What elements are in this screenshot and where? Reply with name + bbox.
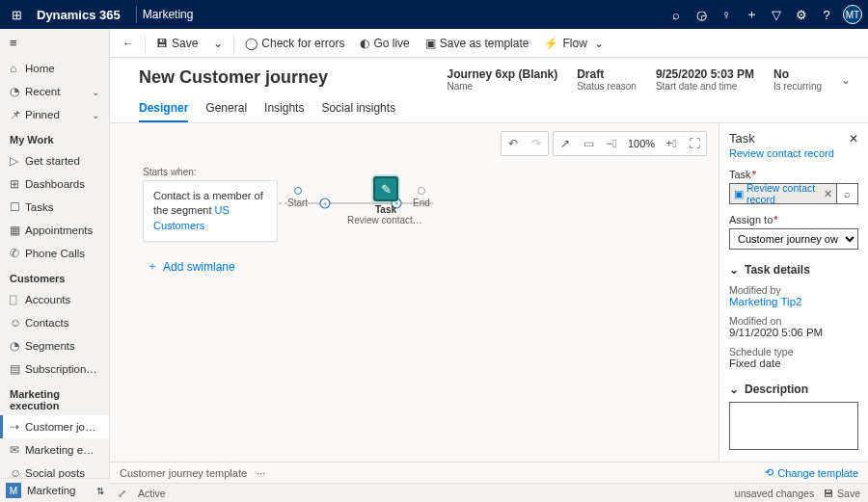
nav-dashboards[interactable]: ⊞Dashboards — [0, 172, 109, 196]
module-label[interactable]: Marketing — [143, 8, 194, 21]
status-active: Active — [138, 488, 166, 499]
flow-icon: ⚡ — [544, 37, 558, 50]
avatar[interactable]: MT — [843, 5, 862, 24]
nav-group-mywork: My Work — [0, 126, 109, 149]
arrange-button[interactable]: ↗ — [554, 132, 577, 155]
calendar-icon: ▦ — [10, 224, 25, 237]
canvas-toolbar: ↶↷ ↗▭−⃝100%+⃝⛶ — [501, 131, 707, 156]
back-button[interactable]: ← — [116, 33, 141, 54]
nav-getstarted[interactable]: ▷Get started — [0, 149, 109, 172]
chevron-down-icon: ⌄ — [729, 383, 739, 396]
nav-group-customers: Customers — [0, 265, 109, 288]
svg-point-2 — [320, 198, 330, 208]
site-nav: ≡ ⌂Home ◔Recent⌄ 📌︎Pinned⌄ My Work ▷Get … — [0, 29, 110, 502]
assistant-icon[interactable]: ♀ — [714, 8, 739, 22]
area-badge: M — [6, 483, 21, 498]
nav-area-switcher[interactable]: M Marketing ⇅ — [0, 478, 110, 502]
task-lookup[interactable]: ▣Review contact record✕ ⌕ — [729, 183, 858, 204]
nav-accounts[interactable]: ⎕Accounts — [0, 288, 109, 311]
help-icon[interactable]: ? — [814, 8, 839, 22]
header-name-value: Journey 6xp (Blank) — [447, 67, 557, 81]
flow-button[interactable]: ⚡Flow⌄ — [537, 33, 610, 54]
nav-contacts[interactable]: ☺Contacts — [0, 311, 109, 334]
nav-appointments[interactable]: ▦Appointments — [0, 219, 109, 242]
add-icon[interactable]: ＋ — [739, 6, 764, 23]
nav-group-marketing: Marketing execution — [0, 381, 109, 415]
tab-general[interactable]: General — [205, 101, 247, 122]
canvas-footer: Customer journey template ··· ⟲Change te… — [110, 462, 868, 483]
person-icon: ☺ — [10, 316, 25, 330]
save-template-button[interactable]: ▣Save as template — [419, 33, 536, 54]
form-tabs: Designer General Insights Social insight… — [110, 92, 868, 123]
nav-home[interactable]: ⌂Home — [0, 57, 109, 80]
task-icon: ☐ — [10, 200, 25, 214]
task-chip-icon: ▣ — [734, 188, 744, 199]
header-recur-value: No — [773, 67, 822, 81]
redo-button[interactable]: ↷ — [525, 132, 548, 155]
panel-close-button[interactable]: ✕ — [849, 132, 858, 145]
chevron-down-icon: ⌄ — [594, 37, 604, 50]
mail-icon: ✉ — [10, 443, 25, 457]
lookup-search-button[interactable]: ⌕ — [836, 184, 857, 203]
nav-tasks[interactable]: ☐Tasks — [0, 196, 109, 219]
filter-icon[interactable]: ▽ — [764, 8, 789, 22]
nav-segments[interactable]: ◔Segments — [0, 334, 109, 357]
zoom-out-button[interactable]: −⃝ — [600, 132, 623, 155]
start-condition-card[interactable]: Starts when: Contact is a member of the … — [143, 167, 278, 242]
brand-label: Dynamics 365 — [27, 8, 130, 22]
nav-journeys[interactable]: ⇢Customer journeys — [0, 415, 109, 438]
footer-save-button[interactable]: 💾︎ Save — [824, 488, 860, 499]
change-template-button[interactable]: ⟲Change template — [765, 466, 858, 479]
header-expand-button[interactable]: ⌄ — [841, 73, 851, 87]
chip-remove-button[interactable]: ✕ — [824, 188, 832, 199]
nav-emails[interactable]: ✉Marketing emails — [0, 438, 109, 462]
page-title: New Customer journey — [139, 67, 427, 88]
task-tile-icon: ✎ — [373, 176, 398, 201]
gear-icon[interactable]: ⚙ — [789, 8, 814, 22]
back-icon: ← — [122, 37, 134, 50]
undo-button[interactable]: ↶ — [502, 132, 525, 155]
task-details-section[interactable]: ⌄Task details — [729, 263, 858, 277]
play-icon: ▷ — [10, 154, 25, 168]
app-launcher-icon[interactable]: ⊞ — [6, 8, 27, 22]
chevron-down-icon: ⌄ — [92, 87, 99, 97]
expand-icon[interactable]: ⤢ — [118, 488, 126, 499]
command-bar: ← 💾︎Save ⌄ ◯Check for errors ◐Go live ▣S… — [110, 29, 868, 58]
fullscreen-button[interactable]: ⛶ — [683, 132, 706, 155]
tab-social[interactable]: Social insights — [321, 101, 395, 122]
fit-button[interactable]: ▭ — [577, 132, 600, 155]
panel-record-link[interactable]: Review contact record — [729, 147, 858, 159]
search-icon[interactable]: ⌕ — [664, 8, 689, 22]
journey-end-node[interactable]: End — [413, 181, 430, 208]
check-errors-button[interactable]: ◯Check for errors — [238, 33, 351, 54]
designer-canvas[interactable]: ↶↷ ↗▭−⃝100%+⃝⛶ Starts when: Contact is a… — [110, 123, 719, 462]
tab-designer[interactable]: Designer — [139, 101, 188, 122]
description-textarea[interactable] — [729, 402, 858, 450]
pin-icon: 📌︎ — [10, 108, 25, 121]
modified-by-link[interactable]: Marketing Tip2 — [729, 296, 858, 307]
nav-pinned[interactable]: 📌︎Pinned⌄ — [0, 103, 109, 126]
golive-button[interactable]: ◐Go live — [353, 33, 416, 54]
nav-phonecalls[interactable]: ✆Phone Calls — [0, 242, 109, 265]
chevron-down-icon: ⌄ — [213, 37, 223, 50]
zoom-in-button[interactable]: +⃝ — [660, 132, 683, 155]
svg-text:+: + — [323, 199, 328, 208]
nav-sublists[interactable]: ▤Subscription lists — [0, 357, 109, 381]
segment-icon: ◔ — [10, 339, 25, 353]
global-topbar: ⊞ Dynamics 365 Marketing ⌕ ◶ ♀ ＋ ▽ ⚙ ? M… — [0, 0, 868, 29]
save-options-button[interactable]: ⌄ — [206, 33, 230, 54]
save-icon: 💾︎ — [156, 37, 168, 50]
journey-start-node[interactable]: Start — [287, 181, 308, 208]
updown-icon: ⇅ — [96, 486, 104, 496]
unsaved-changes-label: unsaved changes — [735, 488, 814, 499]
add-swimlane-button[interactable]: ＋Add swimlane — [147, 258, 235, 275]
dashboard-icon: ⊞ — [10, 177, 25, 191]
save-button[interactable]: 💾︎Save — [149, 33, 204, 54]
assign-select[interactable]: Customer journey owner — [729, 228, 858, 250]
description-section[interactable]: ⌄Description — [729, 383, 858, 396]
nav-recent[interactable]: ◔Recent⌄ — [0, 80, 109, 103]
template-more-button[interactable]: ··· — [257, 467, 265, 479]
nav-toggle-icon[interactable]: ≡ — [0, 29, 109, 57]
task-check-icon[interactable]: ◶ — [689, 8, 714, 22]
tab-insights[interactable]: Insights — [264, 101, 304, 122]
